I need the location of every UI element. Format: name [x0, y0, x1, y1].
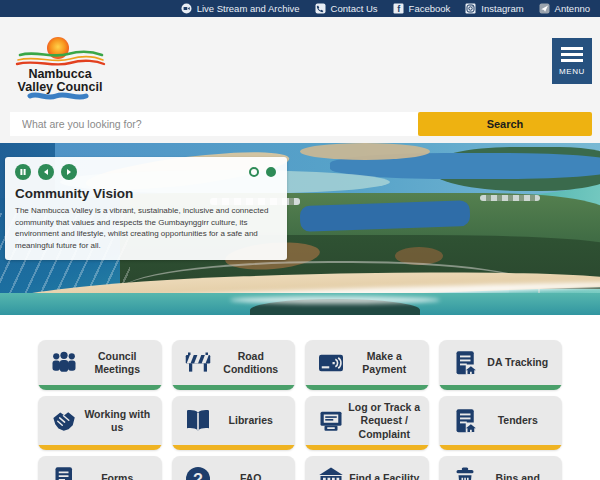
quick-link-label: Tenders	[480, 414, 557, 427]
phone-icon	[315, 3, 326, 14]
topbar-link-label: Facebook	[409, 3, 451, 14]
printer-icon	[316, 406, 346, 436]
tile-accent-bar	[439, 385, 563, 390]
topbar-link[interactable]: Antenno	[539, 3, 590, 14]
search-input[interactable]	[10, 112, 418, 136]
nambucca-valley-council-homepage: Live Stream and ArchiveContact UsFaceboo…	[0, 0, 600, 480]
quick-link-tile[interactable]: Council Meetings	[38, 340, 162, 390]
header: Nambucca Valley Council MENU Search	[0, 17, 600, 143]
card-icon	[316, 348, 346, 378]
logo-text-line2: Valley Council	[18, 80, 103, 94]
tile-accent-bar	[305, 385, 429, 390]
people-icon	[49, 348, 79, 378]
menu-button-label: MENU	[559, 67, 585, 76]
quick-link-tile[interactable]: Working with us	[38, 396, 162, 450]
hero-body-text: The Nambucca Valley is a vibrant, sustai…	[15, 205, 277, 251]
quick-link-label: Council Meetings	[79, 350, 156, 376]
quick-link-label: FAQ	[213, 472, 290, 480]
hero-title: Community Vision	[15, 186, 277, 201]
handshake-icon	[49, 406, 79, 436]
topbar-link[interactable]: Instagram	[465, 3, 523, 14]
quick-link-tile[interactable]: FAQ	[172, 456, 296, 480]
topbar-link[interactable]: Live Stream and Archive	[181, 3, 300, 14]
carousel-dots	[249, 167, 276, 177]
video-circle-icon	[181, 3, 192, 14]
quick-link-label: Libraries	[213, 414, 290, 427]
quick-link-tile[interactable]: Find a Facility	[305, 456, 429, 480]
quick-link-tile[interactable]: Bins and	[439, 456, 563, 480]
hamburger-icon	[561, 47, 583, 50]
quick-link-label: Working with us	[79, 408, 156, 434]
quick-link-label: Make a Payment	[346, 350, 423, 376]
tile-accent-bar	[172, 385, 296, 390]
logo-text-line1: Nambucca	[28, 67, 92, 81]
quick-link-label: Find a Facility	[346, 472, 423, 480]
quick-link-label: Road Conditions	[213, 350, 290, 376]
topbar-link[interactable]: Contact Us	[315, 3, 378, 14]
quick-link-tile[interactable]: Log or Track a Request / Complaint	[305, 396, 429, 450]
quick-link-tile[interactable]: Libraries	[172, 396, 296, 450]
hero-overlay-panel: Community Vision The Nambucca Valley is …	[5, 157, 287, 260]
topbar-link-label: Antenno	[555, 3, 590, 14]
next-slide-button[interactable]	[61, 164, 77, 180]
pause-button[interactable]	[15, 164, 31, 180]
topbar: Live Stream and ArchiveContact UsFaceboo…	[0, 0, 600, 17]
carousel-controls	[15, 164, 277, 180]
menu-button[interactable]: MENU	[552, 38, 592, 84]
doc-house-icon	[450, 348, 480, 378]
quick-link-tile[interactable]: DA Tracking	[439, 340, 563, 390]
council-logo[interactable]: Nambucca Valley Council	[8, 35, 112, 101]
search-button[interactable]: Search	[418, 112, 592, 136]
building-icon	[316, 464, 346, 480]
tile-accent-bar	[439, 445, 563, 450]
quick-link-label: DA Tracking	[480, 356, 557, 369]
question-icon	[183, 464, 213, 480]
facebook-icon	[393, 3, 404, 14]
tile-accent-bar	[172, 445, 296, 450]
antenno-icon	[539, 3, 550, 14]
topbar-link[interactable]: Facebook	[393, 3, 451, 14]
tile-accent-bar	[38, 385, 162, 390]
quick-link-label: Forms	[79, 472, 156, 480]
tile-accent-bar	[305, 445, 429, 450]
topbar-link-label: Instagram	[481, 3, 523, 14]
barrier-icon	[183, 348, 213, 378]
instagram-icon	[465, 3, 476, 14]
hero-carousel: Community Vision The Nambucca Valley is …	[0, 143, 600, 315]
quick-link-tile[interactable]: Road Conditions	[172, 340, 296, 390]
quick-link-tile[interactable]: Forms	[38, 456, 162, 480]
quick-links-grid: Council MeetingsRoad ConditionsMake a Pa…	[38, 340, 562, 480]
doc-house-icon	[450, 406, 480, 436]
previous-slide-button[interactable]	[38, 164, 54, 180]
book-icon	[183, 406, 213, 436]
topbar-link-label: Contact Us	[331, 3, 378, 14]
form-icon	[49, 464, 79, 480]
bin-icon	[450, 464, 480, 480]
next-icon	[65, 168, 73, 176]
pause-icon	[19, 168, 27, 176]
quick-link-label: Bins and	[480, 472, 557, 480]
previous-icon	[42, 168, 50, 176]
carousel-dot-active[interactable]	[266, 167, 276, 177]
tile-accent-bar	[38, 445, 162, 450]
carousel-dot[interactable]	[249, 167, 259, 177]
quick-link-tile[interactable]: Tenders	[439, 396, 563, 450]
search-bar: Search	[10, 112, 592, 136]
quick-link-tile[interactable]: Make a Payment	[305, 340, 429, 390]
quick-link-label: Log or Track a Request / Complaint	[346, 401, 423, 440]
topbar-link-label: Live Stream and Archive	[197, 3, 300, 14]
